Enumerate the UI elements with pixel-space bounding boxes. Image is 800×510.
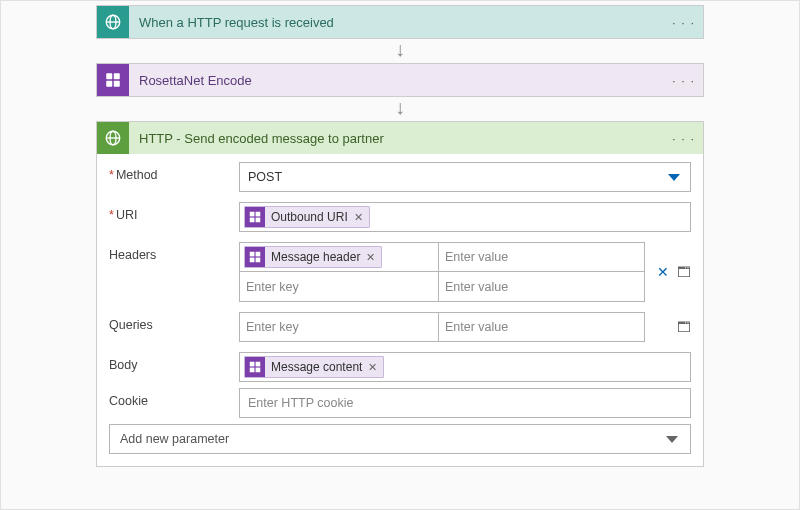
delete-row-button[interactable]: ✕	[657, 264, 669, 280]
card-header: RosettaNet Encode · · ·	[97, 64, 703, 96]
step-rosettanet-encode[interactable]: RosettaNet Encode · · ·	[96, 63, 704, 97]
method-select[interactable]: POST	[239, 162, 691, 192]
card-header: When a HTTP request is received · · ·	[97, 6, 703, 38]
more-menu-button[interactable]: · · ·	[671, 73, 695, 88]
encode-icon	[245, 247, 265, 267]
card-title: HTTP - Send encoded message to partner	[129, 131, 671, 146]
row-headers: Headers Message header ✕	[109, 242, 691, 302]
card-body: *Method POST *URI Outbound URI ✕	[97, 154, 703, 466]
token-label: Message content	[271, 360, 362, 374]
header-key-input[interactable]: Enter key	[239, 272, 439, 302]
card-title: RosettaNet Encode	[129, 73, 671, 88]
svg-rect-3	[106, 73, 112, 79]
cookie-input[interactable]: Enter HTTP cookie	[239, 388, 691, 418]
label-method: *Method	[109, 162, 239, 182]
globe-icon	[97, 122, 129, 154]
switch-mode-button[interactable]: 🗔	[677, 319, 691, 335]
row-actions: 🗔	[645, 319, 691, 335]
svg-rect-15	[256, 252, 261, 257]
method-value: POST	[248, 170, 282, 184]
token-remove-button[interactable]: ✕	[368, 361, 377, 374]
label-body: Body	[109, 352, 239, 372]
token-message-content[interactable]: Message content ✕	[244, 356, 384, 378]
switch-mode-button[interactable]: 🗔	[677, 264, 691, 280]
token-label: Outbound URI	[271, 210, 348, 224]
body-input[interactable]: Message content ✕	[239, 352, 691, 382]
row-actions: ✕ 🗔	[645, 264, 691, 280]
token-outbound-uri[interactable]: Outbound URI ✕	[244, 206, 370, 228]
chevron-down-icon	[666, 436, 678, 443]
label-queries: Queries	[109, 312, 239, 332]
header-value-input[interactable]: Enter value	[439, 242, 645, 272]
add-parameter-select[interactable]: Add new parameter	[109, 424, 691, 454]
globe-icon	[97, 6, 129, 38]
step-http-trigger[interactable]: When a HTTP request is received · · ·	[96, 5, 704, 39]
row-method: *Method POST	[109, 162, 691, 192]
flow-arrow-icon: ↓	[1, 97, 799, 121]
svg-rect-4	[114, 73, 120, 79]
row-uri: *URI Outbound URI ✕	[109, 202, 691, 232]
row-body: Body Message content ✕	[109, 352, 691, 382]
queries-table: Enter key Enter value	[239, 312, 645, 342]
uri-input[interactable]: Outbound URI ✕	[239, 202, 691, 232]
label-cookie: Cookie	[109, 388, 239, 408]
label-uri: *URI	[109, 202, 239, 222]
svg-rect-5	[106, 81, 112, 87]
card-title: When a HTTP request is received	[129, 15, 671, 30]
table-row: Message header ✕ Enter value	[239, 242, 645, 272]
svg-rect-10	[250, 212, 255, 217]
svg-rect-6	[114, 81, 120, 87]
step-http-send: HTTP - Send encoded message to partner ·…	[96, 121, 704, 467]
token-remove-button[interactable]: ✕	[354, 211, 363, 224]
svg-rect-19	[256, 362, 261, 367]
encode-icon	[245, 357, 265, 377]
table-row: Enter key Enter value	[239, 312, 645, 342]
svg-rect-20	[250, 368, 255, 373]
more-menu-button[interactable]: · · ·	[671, 15, 695, 30]
svg-rect-21	[256, 368, 261, 373]
query-key-input[interactable]: Enter key	[239, 312, 439, 342]
label-headers: Headers	[109, 242, 239, 262]
svg-rect-11	[256, 212, 261, 217]
token-message-header[interactable]: Message header ✕	[244, 246, 382, 268]
flow-arrow-icon: ↓	[1, 39, 799, 63]
more-menu-button[interactable]: · · ·	[671, 131, 695, 146]
add-parameter-label: Add new parameter	[120, 432, 229, 446]
header-value-input[interactable]: Enter value	[439, 272, 645, 302]
svg-rect-17	[256, 258, 261, 263]
table-row: Enter key Enter value	[239, 272, 645, 302]
svg-rect-13	[256, 218, 261, 223]
svg-rect-16	[250, 258, 255, 263]
token-label: Message header	[271, 250, 360, 264]
chevron-down-icon	[668, 174, 680, 181]
header-key-input[interactable]: Message header ✕	[239, 242, 439, 272]
card-header[interactable]: HTTP - Send encoded message to partner ·…	[97, 122, 703, 154]
encode-icon	[245, 207, 265, 227]
row-cookie: Cookie Enter HTTP cookie	[109, 388, 691, 418]
token-remove-button[interactable]: ✕	[366, 251, 375, 264]
query-value-input[interactable]: Enter value	[439, 312, 645, 342]
svg-rect-14	[250, 252, 255, 257]
encode-icon	[97, 64, 129, 96]
row-queries: Queries Enter key Enter value 🗔	[109, 312, 691, 342]
headers-table: Message header ✕ Enter value Enter key E…	[239, 242, 645, 302]
svg-rect-18	[250, 362, 255, 367]
svg-rect-12	[250, 218, 255, 223]
